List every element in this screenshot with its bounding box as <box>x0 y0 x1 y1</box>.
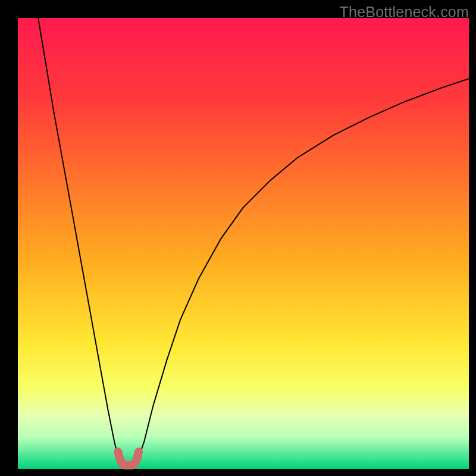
chart-stage: TheBottleneck.com <box>0 0 476 476</box>
watermark-text: TheBottleneck.com <box>340 4 469 21</box>
plot-background <box>18 18 469 469</box>
chart-svg <box>0 0 476 476</box>
